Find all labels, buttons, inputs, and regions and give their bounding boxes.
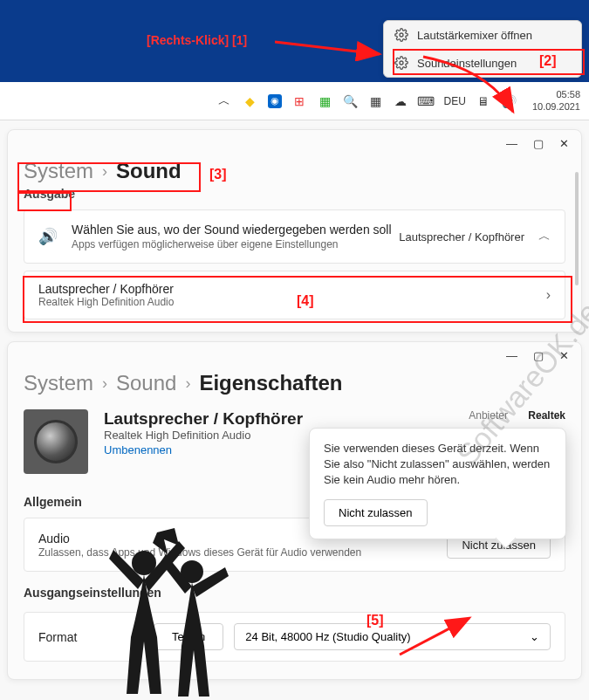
taskbar-clock[interactable]: 05:58 10.09.2021 [532, 89, 580, 112]
tray-app-icon[interactable]: ◉ [268, 94, 282, 108]
tray-app-icon[interactable]: ▦ [318, 93, 332, 108]
format-value: 24 Bit, 48000 Hz (Studio Quality) [245, 630, 410, 643]
format-row: Format Testen 24 Bit, 48000 Hz (Studio Q… [24, 612, 565, 662]
chevron-right-icon: › [185, 374, 190, 393]
output-current: Lautsprecher / Kopfhörer [399, 230, 524, 244]
output-subtitle: Apps verfügen möglicherweise über eigene… [72, 238, 399, 250]
breadcrumb: System › Sound › Eigenschaften [8, 369, 581, 399]
tray-shield-icon[interactable]: ◆ [243, 93, 257, 108]
chevron-down-icon: ⌄ [530, 630, 539, 643]
section-output-label: Ausgabe [8, 187, 581, 201]
gear-icon [394, 28, 408, 42]
window-minimize-button[interactable]: — [506, 349, 517, 362]
window-titlebar: — ▢ ✕ [8, 130, 581, 157]
device-title: Lautsprecher / Kopfhörer [104, 409, 303, 429]
chevron-right-icon: › [102, 162, 107, 181]
settings-sound-window: — ▢ ✕ System › Sound Ausgabe 🔊 Wählen Si… [7, 129, 582, 333]
output-device-row[interactable]: Lautsprecher / Kopfhörer Realtek High De… [24, 271, 565, 319]
annotation-arrow-5 [391, 611, 478, 663]
clock-date: 10.09.2021 [532, 101, 580, 113]
window-close-button[interactable]: ✕ [559, 349, 569, 362]
window-titlebar: — ▢ ✕ [8, 342, 581, 369]
output-selection-card[interactable]: 🔊 Wählen Sie aus, wo der Sound wiedergeg… [24, 209, 565, 264]
svg-line-3 [275, 42, 380, 54]
output-title: Wählen Sie aus, wo der Sound wiedergegeb… [72, 223, 399, 237]
header-area: Lautstärkemixer öffnen Soundeinstellunge… [0, 0, 589, 82]
tray-app-icon[interactable]: ⊞ [292, 93, 307, 108]
scrollbar[interactable] [575, 172, 579, 285]
tray-app-icon[interactable]: 🔍 [343, 93, 358, 108]
svg-point-0 [400, 33, 403, 37]
annotation-arrow-1 [275, 26, 387, 61]
provider-info: Anbieter Realtek [469, 409, 565, 422]
tray-calendar-icon[interactable]: ▦ [368, 93, 383, 108]
device-subtitle: Realtek High Definition Audio [104, 429, 303, 442]
gear-icon [394, 56, 408, 70]
format-label: Format [38, 630, 143, 644]
chevron-up-icon: ︿ [538, 229, 551, 244]
window-close-button[interactable]: ✕ [559, 137, 569, 150]
audio-label: Audio [38, 532, 70, 546]
tooltip-disallow-button[interactable]: Nicht zulassen [324, 499, 428, 526]
tooltip-message: Sie verwenden dieses Gerät derzeit. Wenn… [324, 441, 551, 489]
svg-point-1 [400, 61, 403, 65]
annotation-marker-2: [2] [539, 53, 557, 69]
annotation-marker-3: [3] [209, 167, 227, 182]
breadcrumb: System › Sound [8, 157, 581, 187]
tray-chevron-up-icon[interactable]: ︿ [217, 93, 232, 108]
section-output-settings-label: Ausgangseinstellungen [8, 572, 581, 605]
window-maximize-button[interactable]: ▢ [533, 137, 544, 150]
test-button[interactable]: Testen [154, 623, 223, 650]
breadcrumb-system[interactable]: System [24, 159, 93, 183]
annotation-marker-4: [4] [297, 293, 314, 309]
audio-sublabel: Zulassen, dass Apps und Windows dieses G… [38, 546, 361, 559]
menu-open-mixer-label: Lautstärkemixer öffnen [417, 29, 532, 42]
annotation-marker-5: [5] [366, 613, 384, 628]
rename-link[interactable]: Umbenennen [104, 443, 303, 456]
provider-value: Realtek [528, 409, 565, 422]
breadcrumb-sound[interactable]: Sound [116, 371, 176, 395]
speaker-icon: 🔊 [38, 227, 59, 246]
clock-time: 05:58 [556, 89, 580, 100]
breadcrumb-system[interactable]: System [24, 371, 93, 395]
menu-open-mixer[interactable]: Lautstärkemixer öffnen [384, 21, 581, 49]
annotation-right-click: [Rechts-Klick] [1] [147, 33, 247, 47]
provider-key: Anbieter [469, 409, 508, 422]
breadcrumb-properties: Eigenschaften [199, 371, 342, 395]
chevron-right-icon: › [546, 287, 551, 303]
tray-cloud-icon[interactable]: ☁ [394, 93, 408, 108]
annotation-arrow-2 [419, 52, 524, 117]
svg-line-6 [400, 618, 469, 655]
speaker-device-icon [24, 409, 88, 474]
disallow-tooltip: Sie verwenden dieses Gerät derzeit. Wenn… [309, 428, 566, 539]
window-maximize-button[interactable]: ▢ [533, 349, 544, 362]
window-minimize-button[interactable]: — [506, 137, 517, 150]
chevron-right-icon: › [102, 374, 107, 393]
device-name: Lautsprecher / Kopfhörer [38, 282, 546, 296]
device-driver: Realtek High Definition Audio [38, 296, 546, 308]
breadcrumb-sound: Sound [116, 159, 181, 183]
